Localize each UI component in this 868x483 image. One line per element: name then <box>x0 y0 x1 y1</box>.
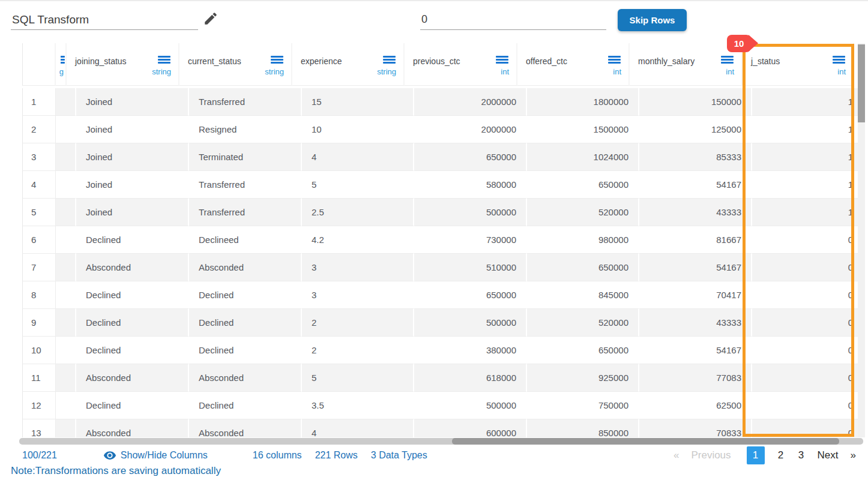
column-header-joining_status[interactable]: joining_statusstring <box>67 43 179 86</box>
autosave-note: Note:Transformations are saving automati… <box>11 465 221 477</box>
table-cell: 1500000 <box>527 116 639 143</box>
show-hide-columns-button[interactable]: Show/Hide Columns <box>103 449 208 462</box>
page-1-button[interactable]: 1 <box>747 446 765 464</box>
transform-title-input[interactable] <box>11 10 198 30</box>
table-cell: Declined <box>76 309 189 337</box>
skip-rows-input[interactable] <box>420 10 606 30</box>
next-page-button[interactable]: Next <box>818 449 839 461</box>
row-number-cell: 9 <box>22 309 56 337</box>
column-menu-icon[interactable] <box>721 56 734 58</box>
column-header-offered_ctc[interactable]: offered_ctcint <box>517 43 630 86</box>
table-cell: 85333 <box>639 143 752 171</box>
column-name: joining_status <box>75 56 127 66</box>
topbar: Skip Rows <box>0 1 868 38</box>
table-cell: 150000 <box>639 88 752 116</box>
table-cell: Absconded <box>189 364 302 392</box>
column-menu-icon[interactable] <box>833 56 845 58</box>
table-cell: 125000 <box>639 116 752 143</box>
column-menu-icon[interactable] <box>496 56 508 58</box>
table-cell: 1 <box>752 116 864 143</box>
page-3-button[interactable]: 3 <box>797 449 806 461</box>
table-cell <box>56 281 76 309</box>
table-cell: 845000 <box>527 281 639 309</box>
table-cell: 520000 <box>527 199 639 226</box>
table-cell: 54167 <box>639 254 752 281</box>
table-row: 6DeclinedDeclineed4.2730000980000816670 <box>22 226 865 254</box>
table-cell: Declined <box>189 337 302 364</box>
table-cell: 3 <box>302 281 414 309</box>
table-cell: 1 <box>752 88 864 116</box>
table-cell: 62500 <box>639 392 752 419</box>
column-type-label: string <box>265 67 284 76</box>
table-cell: 54167 <box>639 171 752 199</box>
table-cell: 2000000 <box>414 116 527 143</box>
column-header-current_status[interactable]: current_statusstring <box>179 43 292 86</box>
table-cell: Resigned <box>189 116 302 143</box>
table-cell: 4 <box>302 143 414 171</box>
step-count-badge: 10 <box>727 35 751 52</box>
table-row: 9DeclinedDeclined2500000520000433330 <box>22 309 865 337</box>
table-row: 11AbscondedAbsconded5618000925000770830 <box>22 364 865 392</box>
table-cell: Absconded <box>76 254 189 281</box>
table-cell: Declined <box>76 281 189 309</box>
table-cell: Joined <box>76 116 189 143</box>
vertical-scrollbar-thumb[interactable] <box>858 44 865 122</box>
show-hide-columns-label: Show/Hide Columns <box>121 450 208 461</box>
table-cell: 3 <box>302 254 414 281</box>
column-name: current_status <box>188 56 241 66</box>
table-cell: 925000 <box>527 364 639 392</box>
table-cell: Declined <box>76 226 189 254</box>
row-number-cell: 6 <box>22 226 56 254</box>
table-cell: Absconded <box>76 419 189 437</box>
partial-column-header[interactable]: g <box>56 43 67 86</box>
page-2-button[interactable]: 2 <box>777 449 785 461</box>
table-cell: 2.5 <box>302 199 414 226</box>
column-header-previous_ctc[interactable]: previous_ctcint <box>405 43 517 86</box>
table-cell: 500000 <box>414 392 527 419</box>
column-type-label: int <box>613 67 621 76</box>
table-cell: 750000 <box>527 392 639 419</box>
columns-count-label: 16 columns <box>253 450 302 461</box>
column-menu-icon[interactable] <box>158 56 170 58</box>
table-cell: Transferred <box>189 88 302 116</box>
pencil-edit-icon[interactable] <box>203 11 219 26</box>
data-grid: gjoining_statusstringcurrent_statusstrin… <box>22 43 865 437</box>
table-row: 13AbscondedAbsconded4600000850000708330 <box>22 419 865 437</box>
table-cell <box>56 116 76 143</box>
table-cell: 1800000 <box>527 88 639 116</box>
table-cell: 5 <box>302 171 414 199</box>
vertical-scrollbar[interactable] <box>858 43 865 437</box>
column-type-fragment: g <box>59 67 64 76</box>
table-cell: 70417 <box>639 281 752 309</box>
skip-rows-button[interactable]: Skip Rows <box>618 9 687 31</box>
table-cell <box>56 337 76 364</box>
data-types-count-label: 3 Data Types <box>371 450 427 461</box>
column-header-j_status[interactable]: j_statusint <box>743 43 854 86</box>
table-cell: 2 <box>302 309 414 337</box>
pagination: « Previous 1 2 3 Next » <box>662 446 856 464</box>
table-cell: 600000 <box>414 419 527 437</box>
row-number-cell: 3 <box>22 143 56 171</box>
column-header-monthly_salary[interactable]: monthly_salaryint <box>630 43 743 86</box>
column-menu-icon[interactable] <box>608 56 621 58</box>
column-menu-icon[interactable] <box>271 56 283 58</box>
table-cell: Joined <box>76 143 189 171</box>
table-cell: Declined <box>189 392 302 419</box>
column-menu-icon[interactable] <box>383 56 396 58</box>
next-arrow-button[interactable]: » <box>851 449 856 461</box>
previous-arrow-button[interactable]: « <box>674 449 679 461</box>
table-cell: 850000 <box>527 419 639 437</box>
table-cell: 4.2 <box>302 226 414 254</box>
table-cell <box>56 419 76 437</box>
column-header-experience[interactable]: experiencestring <box>292 43 405 86</box>
column-type-label: int <box>837 67 846 76</box>
table-cell: Joined <box>76 171 189 199</box>
previous-page-button[interactable]: Previous <box>691 449 731 461</box>
table-cell: 54167 <box>639 337 752 364</box>
horizontal-scrollbar[interactable] <box>19 438 863 445</box>
horizontal-scrollbar-thumb[interactable] <box>452 438 839 445</box>
row-number-cell: 10 <box>22 337 56 364</box>
column-name: monthly_salary <box>638 56 695 66</box>
table-cell <box>56 199 76 226</box>
footer-bar: 100/221 Show/Hide Columns 16 columns 221… <box>0 446 868 465</box>
